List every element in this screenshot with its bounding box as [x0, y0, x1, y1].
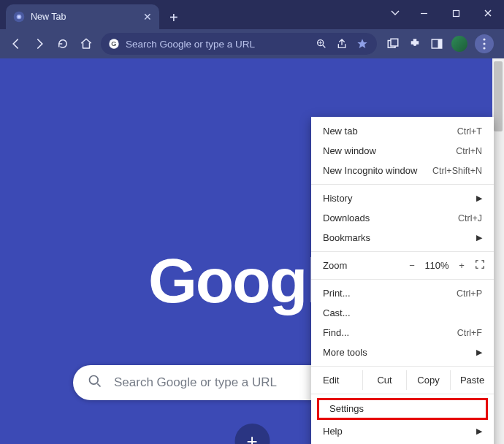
profile-avatar[interactable] [451, 36, 467, 52]
window-controls [383, 0, 504, 26]
menu-separator [311, 366, 494, 367]
back-button[interactable] [7, 35, 25, 53]
menu-bookmarks[interactable]: Bookmarks▶ [311, 228, 494, 248]
chevron-right-icon: ▶ [476, 348, 482, 357]
menu-edit-row: Edit Cut Copy Paste [311, 370, 494, 390]
omnibox[interactable]: G Search Google or type a URL [101, 33, 377, 55]
chevron-right-icon: ▶ [476, 426, 482, 436]
svg-text:G: G [111, 40, 116, 47]
svg-point-18 [483, 42, 485, 45]
new-tab-button[interactable]: + [169, 10, 178, 25]
zoom-out-button[interactable]: − [403, 260, 421, 271]
menu-separator [311, 251, 494, 252]
toolbar-right [383, 34, 497, 53]
menu-settings[interactable]: Settings [317, 398, 488, 420]
menu-find[interactable]: Find...Ctrl+F [311, 323, 494, 342]
reload-button[interactable] [54, 35, 72, 53]
menu-cast[interactable]: Cast... [311, 303, 494, 323]
menu-history[interactable]: History▶ [311, 188, 494, 208]
menu-separator [311, 279, 494, 280]
add-shortcut-icon: + [234, 424, 270, 444]
magnifier-icon [88, 374, 102, 391]
browser-tab[interactable]: New Tab ✕ [6, 4, 159, 29]
menu-print[interactable]: Print...Ctrl+P [311, 283, 494, 303]
omnibox-placeholder: Search Google or type a URL [126, 39, 308, 50]
tabs-icon[interactable] [386, 37, 400, 51]
chrome-icon [13, 11, 25, 23]
menu-new-tab[interactable]: New tabCtrl+T [311, 121, 494, 141]
sidepanel-icon[interactable] [429, 37, 444, 51]
window-dropdown-icon[interactable] [383, 0, 408, 26]
ntp-search-placeholder: Search Google or type a URL [114, 375, 277, 390]
extensions-icon[interactable] [408, 37, 422, 51]
close-window-button[interactable] [472, 0, 504, 26]
new-tab-page: Google Search Google or type a URL + Add… [0, 58, 504, 444]
browser-toolbar: G Search Google or type a URL [0, 29, 504, 58]
menu-downloads[interactable]: DownloadsCtrl+J [311, 208, 494, 228]
zoom-level: 110% [421, 260, 453, 271]
menu-zoom: Zoom − 110% + [311, 256, 494, 275]
menu-separator [311, 394, 494, 394]
fullscreen-icon[interactable] [475, 259, 485, 272]
svg-rect-14 [391, 39, 398, 46]
maximize-button[interactable] [440, 0, 472, 26]
menu-new-window[interactable]: New windowCtrl+N [311, 141, 494, 161]
share-icon[interactable] [335, 37, 349, 51]
scrollbar-thumb[interactable] [494, 61, 503, 131]
minimize-button[interactable] [408, 0, 440, 26]
tab-title: New Tab [31, 12, 137, 22]
google-g-icon: G [108, 38, 120, 50]
svg-rect-4 [453, 10, 459, 16]
search-icon[interactable] [314, 37, 329, 51]
menu-edit-label: Edit [311, 370, 362, 390]
menu-more-tools[interactable]: More tools▶ [311, 342, 494, 362]
chevron-right-icon: ▶ [476, 194, 482, 203]
svg-point-20 [90, 376, 99, 385]
svg-rect-16 [438, 39, 442, 48]
home-button[interactable] [77, 35, 95, 53]
svg-point-19 [483, 47, 485, 49]
menu-help[interactable]: Help▶ [311, 421, 494, 441]
svg-line-21 [97, 383, 100, 386]
menu-separator [311, 184, 494, 185]
svg-point-2 [18, 15, 20, 18]
bookmark-star-icon[interactable] [355, 37, 370, 51]
scrollbar[interactable] [492, 58, 504, 444]
chrome-menu: New tabCtrl+T New windowCtrl+N New Incog… [311, 117, 494, 444]
menu-paste[interactable]: Paste [450, 370, 494, 390]
menu-cut[interactable]: Cut [362, 370, 406, 390]
menu-incognito[interactable]: New Incognito windowCtrl+Shift+N [311, 161, 494, 180]
svg-line-10 [323, 45, 325, 47]
more-menu-button[interactable] [475, 34, 494, 53]
close-tab-icon[interactable]: ✕ [143, 11, 152, 23]
window-titlebar: New Tab ✕ + [0, 0, 504, 29]
forward-button[interactable] [31, 35, 48, 53]
add-shortcut[interactable]: + Add shortcut [226, 424, 279, 444]
zoom-in-button[interactable]: + [453, 260, 470, 271]
menu-copy[interactable]: Copy [406, 370, 450, 390]
svg-point-17 [483, 38, 485, 40]
chevron-right-icon: ▶ [476, 233, 482, 242]
